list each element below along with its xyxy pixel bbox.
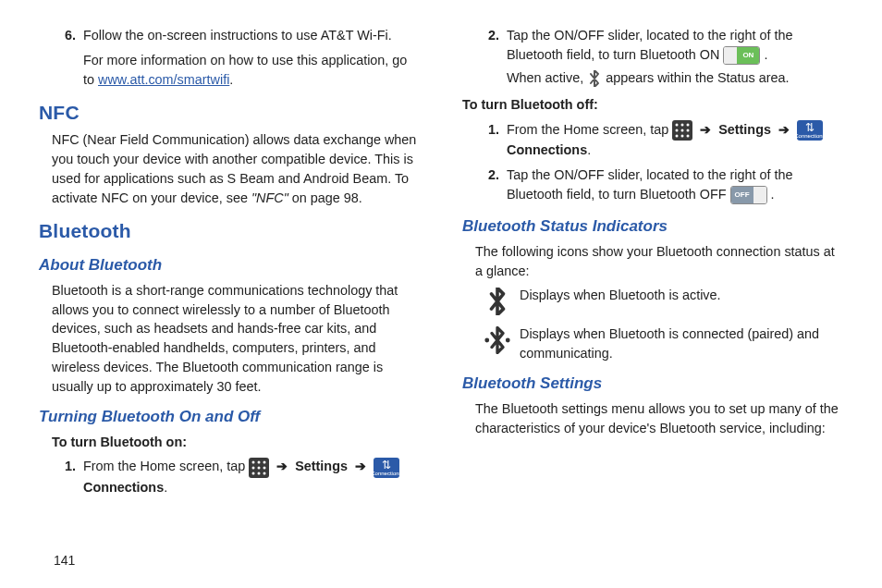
svg-point-7 (258, 472, 261, 474)
arrow-icon: ➔ (351, 459, 370, 473)
about-bluetooth-heading: About Bluetooth (39, 254, 418, 277)
svg-point-6 (252, 472, 255, 474)
svg-point-1 (258, 460, 261, 463)
step-body: Tap the ON/OFF slider, located to the ri… (507, 165, 841, 204)
list-item: 2. Tap the ON/OFF slider, located to the… (462, 26, 841, 88)
nfc-heading: NFC (39, 99, 418, 127)
text: When active, appears within the Status a… (507, 68, 841, 88)
apps-icon (249, 458, 269, 478)
svg-point-2 (263, 460, 266, 463)
step-number: 1. (39, 457, 83, 496)
arrow-icon: ➔ (696, 122, 715, 137)
step-number: 6. (39, 26, 83, 90)
svg-point-3 (252, 466, 255, 469)
list-item: 6. Follow the on-screen instructions to … (39, 26, 418, 90)
nfc-paragraph: NFC (Near Field Communication) allows da… (39, 130, 418, 208)
svg-point-0 (252, 460, 255, 463)
step-body: Follow the on-screen instructions to use… (83, 26, 418, 90)
svg-point-11 (687, 124, 690, 127)
turning-bluetooth-heading: Turning Bluetooth On and Off (39, 406, 418, 429)
turn-on-label: To turn Bluetooth on: (39, 433, 418, 452)
smartwifi-link[interactable]: www.att.com/smartwifi (98, 72, 229, 87)
status-text: Displays when Bluetooth is active. (520, 286, 841, 305)
turn-off-label: To turn Bluetooth off: (462, 95, 841, 115)
list-item: 1. From the Home screen, tap ➔ Settings … (39, 457, 418, 496)
bluetooth-paired-icon (475, 325, 520, 354)
step-body: Tap the ON/OFF slider, located to the ri… (507, 26, 841, 88)
page-number: 141 (0, 553, 882, 568)
bluetooth-icon (587, 70, 602, 87)
svg-point-19 (506, 338, 510, 343)
bluetooth-settings-paragraph: The Bluetooth settings menu allows you t… (462, 399, 841, 438)
status-indicators-heading: Bluetooth Status Indicators (462, 215, 841, 239)
bluetooth-settings-heading: Bluetooth Settings (462, 373, 841, 396)
svg-point-13 (681, 129, 684, 132)
svg-point-17 (687, 135, 690, 138)
apps-icon (672, 120, 692, 141)
svg-point-16 (681, 135, 684, 138)
list-item: 1. From the Home screen, tap ➔ Settings … (462, 120, 841, 160)
toggle-on-icon: ON (723, 46, 760, 65)
manual-page: 6. Follow the on-screen instructions to … (0, 0, 882, 547)
svg-point-5 (263, 466, 266, 469)
svg-point-4 (258, 466, 261, 469)
step-body: From the Home screen, tap ➔ Settings ➔ ⇅… (507, 120, 841, 160)
status-text: Displays when Bluetooth is connected (pa… (520, 325, 841, 363)
svg-point-18 (484, 338, 489, 343)
text: Follow the on-screen instructions to use… (83, 26, 418, 45)
connections-icon: ⇅Connections (797, 120, 823, 141)
right-column: 2. Tap the ON/OFF slider, located to the… (462, 22, 841, 540)
step-body: From the Home screen, tap ➔ Settings ➔ ⇅… (83, 457, 418, 496)
connections-icon: ⇅Connections (374, 458, 399, 478)
svg-point-9 (676, 124, 679, 127)
svg-point-14 (687, 129, 690, 132)
left-column: 6. Follow the on-screen instructions to … (39, 22, 418, 540)
step-number: 2. (462, 26, 507, 88)
status-row: Displays when Bluetooth is active. (462, 286, 841, 315)
arrow-icon: ➔ (273, 459, 291, 473)
about-bluetooth-paragraph: Bluetooth is a short-range communication… (39, 281, 418, 397)
svg-point-15 (676, 135, 679, 138)
bluetooth-active-icon (475, 286, 520, 315)
step-number: 1. (462, 120, 507, 160)
svg-point-12 (676, 129, 679, 132)
text: For more information on how to use this … (83, 51, 418, 90)
status-indicators-paragraph: The following icons show your Bluetooth … (462, 242, 841, 281)
svg-point-8 (263, 472, 266, 474)
bluetooth-heading: Bluetooth (39, 217, 418, 245)
arrow-icon: ➔ (775, 122, 793, 137)
toggle-off-icon: OFF (730, 186, 767, 204)
list-item: 2. Tap the ON/OFF slider, located to the… (462, 165, 841, 204)
svg-point-10 (681, 124, 684, 127)
step-number: 2. (462, 165, 507, 204)
status-row: Displays when Bluetooth is connected (pa… (462, 325, 841, 363)
